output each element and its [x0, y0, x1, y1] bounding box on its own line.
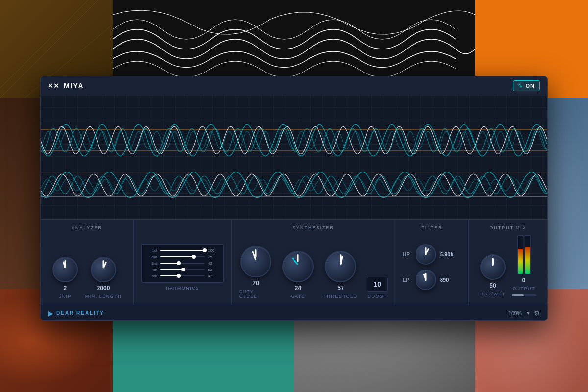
- skip-control: 2 SKIP: [52, 257, 78, 299]
- gate-control: 24 GATE: [282, 251, 314, 299]
- filter-title: FILTER: [403, 225, 461, 230]
- hp-filter-row: HP 5.90k: [403, 244, 461, 265]
- harmonics-label: HARMONICS: [141, 286, 224, 291]
- harmonic-label-1: 1st: [147, 248, 157, 253]
- harmonic-row-2: 2nd 75: [147, 255, 219, 259]
- min-length-control: 2000 MIN. LENGTH: [85, 257, 122, 299]
- analyzer-title: ANALYZER: [48, 225, 126, 230]
- gate-value: 24: [295, 285, 301, 292]
- app-title: MIYA: [64, 82, 508, 90]
- svg-line-1: [0, 0, 88, 88]
- duty-cycle-control: 70 DUTY CYCLE: [239, 246, 272, 299]
- lp-knob[interactable]: [416, 270, 436, 290]
- output-slider[interactable]: [512, 294, 536, 296]
- harmonic-label-5: 5th: [147, 274, 157, 278]
- boost-label: BOOST: [368, 294, 387, 299]
- power-button[interactable]: ∿ ON: [513, 80, 540, 91]
- harmonic-row-3: 3rd 42: [147, 261, 219, 266]
- duty-cycle-value: 70: [253, 280, 259, 287]
- title-bar: ✕✕ MIYA ∿ ON: [41, 76, 547, 95]
- harmonic-label-4: 4th: [147, 268, 157, 272]
- harmonic-value-4: 52: [208, 268, 219, 272]
- settings-button[interactable]: ⚙: [534, 309, 540, 317]
- duty-cycle-knob[interactable]: [240, 246, 271, 277]
- synthesizer-section: SYNTHESIZER 70 DUTY CYCLE 24 GATE: [232, 220, 395, 305]
- footer-bar: ▶ DEAR REALITY 100% ▼ ⚙: [41, 305, 547, 320]
- dry-wet-control: 50 DRY/WET: [480, 254, 506, 296]
- logo-icon: ✕✕: [48, 80, 59, 91]
- duty-cycle-label: DUTY CYCLE: [239, 289, 272, 299]
- hp-label: HP: [403, 252, 412, 257]
- zoom-value: 100%: [508, 310, 522, 316]
- brand-name: DEAR REALITY: [56, 310, 104, 316]
- harmonic-row-4: 4th 52: [147, 268, 219, 272]
- power-on-label: ON: [526, 83, 535, 89]
- output-mix-title: OUTPUT MIX: [476, 225, 540, 230]
- min-length-label: MIN. LENGTH: [85, 294, 122, 299]
- lp-value: 890: [440, 277, 449, 283]
- harmonic-value-1: 100: [208, 248, 219, 253]
- harmonics-section: 1st 100 2nd 75: [134, 220, 232, 305]
- level-meter: [517, 235, 531, 274]
- harmonic-label-3: 3rd: [147, 261, 157, 266]
- threshold-control: 57 THRESHOLD: [323, 251, 357, 299]
- skip-label: SKIP: [58, 294, 72, 299]
- meter-left: [517, 235, 523, 274]
- plugin-window: ✕✕ MIYA ∿ ON ANALYZER 2 SKIP: [40, 76, 548, 321]
- harmonic-value-5: 42: [208, 274, 219, 278]
- controls-area: ANALYZER 2 SKIP 2000 MIN. LENGTH: [41, 219, 547, 305]
- harmonic-value-2: 75: [208, 255, 219, 259]
- output-mix-section: OUTPUT MIX 50 DRY/WET: [469, 220, 547, 305]
- harmonic-slider-5[interactable]: [160, 275, 205, 276]
- lp-filter-row: LP 890: [403, 270, 461, 290]
- skip-value: 2: [63, 285, 67, 292]
- min-length-value: 2000: [97, 285, 110, 292]
- synthesizer-title: SYNTHESIZER: [239, 225, 388, 230]
- gate-label: GATE: [291, 294, 305, 299]
- wave-icon: ∿: [518, 82, 523, 89]
- harmonic-slider-1[interactable]: [160, 250, 205, 251]
- harmonic-slider-4[interactable]: [160, 269, 205, 270]
- boost-control: 10 BOOST: [367, 277, 388, 299]
- harmonic-row-5: 5th 42: [147, 274, 219, 278]
- dry-wet-knob[interactable]: [480, 254, 506, 280]
- threshold-value: 57: [337, 285, 343, 292]
- boost-value: 10: [367, 277, 388, 292]
- harmonic-row-1: 1st 100: [147, 248, 219, 253]
- skip-knob[interactable]: [52, 257, 78, 282]
- threshold-label: THRESHOLD: [323, 294, 357, 299]
- waveform-display: [41, 95, 547, 219]
- output-label: OUTPUT: [513, 286, 535, 291]
- filter-section: FILTER HP 5.90k LP 890: [395, 220, 469, 305]
- threshold-knob[interactable]: [325, 251, 356, 282]
- harmonic-value-3: 42: [208, 261, 219, 266]
- analyzer-section: ANALYZER 2 SKIP 2000 MIN. LENGTH: [41, 220, 134, 305]
- zoom-dropdown-icon[interactable]: ▼: [526, 310, 531, 316]
- brand-logo: ▶ DEAR REALITY: [48, 309, 104, 317]
- harmonic-label-2: 2nd: [147, 255, 157, 259]
- harmonic-slider-2[interactable]: [160, 256, 205, 257]
- output-value: 0: [522, 277, 526, 284]
- lp-label: LP: [403, 277, 412, 283]
- hp-knob[interactable]: [416, 244, 436, 265]
- harmonic-slider-3[interactable]: [160, 263, 205, 264]
- meter-right: [525, 235, 531, 274]
- min-length-knob[interactable]: [91, 257, 116, 282]
- brand-icon: ▶: [48, 309, 53, 317]
- waveform-canvas: [41, 95, 547, 219]
- dry-wet-label: DRY/WET: [480, 292, 506, 296]
- hp-value: 5.90k: [440, 251, 454, 257]
- gate-knob[interactable]: [282, 251, 314, 282]
- dry-wet-value: 50: [490, 282, 496, 289]
- harmonics-panel: 1st 100 2nd 75: [141, 244, 224, 283]
- zoom-control: 100% ▼ ⚙: [508, 309, 540, 317]
